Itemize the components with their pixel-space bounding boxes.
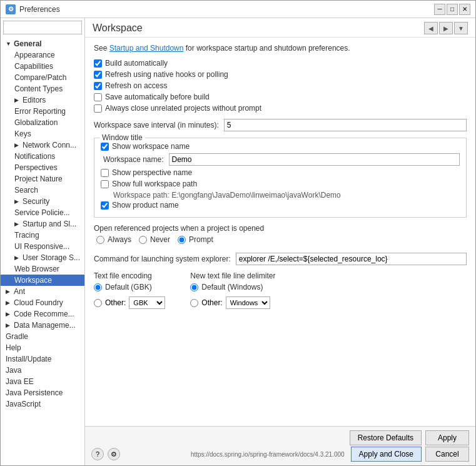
prompt-radio[interactable]: [178, 236, 186, 244]
refresh-access-checkbox[interactable]: [94, 82, 102, 90]
sidebar-item-label: Appearance: [14, 51, 55, 59]
apply-button[interactable]: Apply: [425, 430, 469, 445]
main-content: ▼ General Appearance Capabilities Compar…: [1, 18, 475, 465]
dropdown-button[interactable]: ▼: [454, 22, 468, 34]
sidebar-item-label: Security: [23, 197, 49, 206]
sidebar-item-label: Startup and Sl...: [23, 220, 76, 228]
close-button[interactable]: ✕: [459, 4, 470, 15]
sidebar-item-network[interactable]: ▶ Network Conn...: [1, 139, 84, 151]
delimiter-default-label: Default (Windows): [201, 283, 263, 291]
tree: ▼ General Appearance Capabilities Compar…: [1, 37, 84, 465]
info-suffix: for workspace startup and shutdown prefe…: [183, 44, 350, 53]
sidebar-item-help[interactable]: Help: [1, 342, 84, 353]
sidebar-item-tracing[interactable]: Tracing: [1, 230, 84, 241]
save-before-checkbox[interactable]: [94, 93, 102, 101]
sidebar-item-keys[interactable]: Keys: [1, 128, 84, 139]
build-auto-checkbox[interactable]: [94, 59, 102, 68]
sidebar-item-java-ee[interactable]: Java EE: [1, 376, 84, 387]
sidebar-item-user-storage[interactable]: ▶ User Storage S...: [1, 252, 84, 263]
sidebar-item-data-manag[interactable]: ▶ Data Manageme...: [1, 320, 84, 331]
sidebar-search[interactable]: [3, 21, 82, 34]
sidebar-item-globalization[interactable]: Globalization: [1, 117, 84, 128]
sidebar-item-editors[interactable]: ▶ Editors: [1, 94, 84, 106]
sidebar-item-cloud-foundry[interactable]: ▶ Cloud Foundry: [1, 297, 84, 308]
sidebar-item-install[interactable]: Install/Update: [1, 353, 84, 365]
sidebar-item-project-nature[interactable]: Project Nature: [1, 173, 84, 185]
always-radio[interactable]: [96, 236, 104, 244]
delimiter-other-radio[interactable]: [190, 299, 198, 307]
show-workspace-name-label: Show workspace name: [112, 142, 190, 151]
forward-button[interactable]: ▶: [439, 22, 453, 34]
sidebar-item-perspectives[interactable]: Perspectives: [1, 162, 84, 173]
title-bar: ⚙ Preferences ─ □ ✕: [1, 1, 475, 18]
sidebar-item-gradle[interactable]: Gradle: [1, 331, 84, 342]
cancel-button[interactable]: Cancel: [425, 447, 469, 462]
bottom-bar: Restore Defaults Apply ? ⚙ https://docs.…: [85, 426, 475, 465]
always-close-checkbox[interactable]: [94, 104, 102, 113]
workspace-name-input[interactable]: [169, 153, 460, 166]
sidebar-item-javascript[interactable]: JavaScript: [1, 398, 84, 410]
sidebar-item-java[interactable]: Java: [1, 365, 84, 376]
sidebar-item-security[interactable]: ▶ Security: [1, 196, 84, 207]
show-product-name-checkbox[interactable]: [101, 201, 109, 210]
save-before-build-row: Save automatically before build: [94, 93, 467, 101]
maximize-button[interactable]: □: [447, 4, 458, 15]
delimiter-other-row: Other: Windows Unix Mac: [190, 296, 275, 309]
open-projects-options: Always Never Prompt: [94, 235, 467, 246]
sidebar-item-workspace[interactable]: Workspace: [1, 275, 84, 286]
sidebar-item-label: Web Browser: [14, 265, 59, 273]
delimiter-default-radio[interactable]: [190, 283, 198, 291]
app-icon: ⚙: [6, 4, 16, 14]
encoding-select[interactable]: GBK UTF-8: [129, 296, 165, 309]
sidebar-item-compare[interactable]: Compare/Patch: [1, 72, 84, 83]
preferences-icon[interactable]: ⚙: [108, 448, 120, 460]
startup-shutdown-link[interactable]: Startup and Shutdown: [109, 44, 184, 53]
build-auto-row: Build automatically: [94, 59, 467, 68]
show-full-path-checkbox[interactable]: [101, 180, 109, 188]
sidebar-item-ui-responsive[interactable]: UI Responsive...: [1, 241, 84, 252]
sidebar-item-service-policies[interactable]: Service Policie...: [1, 207, 84, 218]
command-launcher-row: Command for launching system explorer:: [94, 253, 467, 265]
save-interval-label: Workspace save interval (in minutes):: [94, 121, 219, 129]
sidebar-item-label: Java: [6, 366, 21, 375]
encoding-default-radio[interactable]: [94, 283, 102, 291]
restore-defaults-button[interactable]: Restore Defaults: [350, 430, 422, 445]
sidebar-item-content-types[interactable]: Content Types: [1, 83, 84, 94]
sidebar-item-appearance[interactable]: Appearance: [1, 49, 84, 61]
sidebar-item-web-browser[interactable]: Web Browser: [1, 263, 84, 275]
sidebar-item-startup[interactable]: ▶ Startup and Sl...: [1, 218, 84, 230]
command-input[interactable]: [236, 253, 467, 265]
save-interval-input[interactable]: [224, 119, 467, 131]
sidebar-item-notifications[interactable]: Notifications: [1, 151, 84, 162]
workspace-path-value: E:\gongfang\JavaDemo\linweimao\javaWork\…: [171, 191, 341, 200]
back-button[interactable]: ◀: [424, 22, 438, 34]
encoding-other-radio[interactable]: [94, 299, 102, 307]
sidebar-item-label: User Storage S...: [23, 253, 80, 262]
apply-and-close-button[interactable]: Apply and Close: [351, 447, 422, 462]
sidebar-item-code-recomm[interactable]: ▶ Code Recomme...: [1, 308, 84, 320]
show-perspective-checkbox[interactable]: [101, 169, 109, 177]
expand-arrow: ▶: [14, 97, 21, 103]
show-workspace-name-checkbox[interactable]: [101, 143, 109, 151]
refresh-native-row: Refresh using native hooks or polling: [94, 70, 467, 79]
window-title: Preferences: [19, 5, 430, 14]
sidebar-item-label: Capabilities: [14, 62, 53, 71]
sidebar-item-search[interactable]: Search: [1, 185, 84, 196]
sidebar-item-general[interactable]: ▼ General: [1, 38, 84, 49]
collapse-arrow: ▼: [6, 41, 12, 47]
sidebar-item-error-reporting[interactable]: Error Reporting: [1, 106, 84, 117]
delimiter-default-row: Default (Windows): [190, 283, 275, 291]
sidebar-item-ant[interactable]: ▶ Ant: [1, 286, 84, 297]
save-before-label: Save automatically before build: [105, 93, 210, 101]
expand-arrow: ▶: [6, 311, 12, 317]
sidebar-item-label: Search: [14, 186, 38, 195]
delimiter-other-label: Other:: [201, 298, 222, 307]
help-icon[interactable]: ?: [91, 448, 104, 460]
sidebar-item-capabilities[interactable]: Capabilities: [1, 61, 84, 72]
delimiter-select[interactable]: Windows Unix Mac: [226, 296, 270, 309]
sidebar-item-label: JavaScript: [6, 400, 41, 408]
minimize-button[interactable]: ─: [434, 4, 445, 15]
sidebar-item-java-persistence[interactable]: Java Persistence: [1, 387, 84, 398]
refresh-native-checkbox[interactable]: [94, 71, 102, 79]
never-radio[interactable]: [139, 236, 147, 244]
